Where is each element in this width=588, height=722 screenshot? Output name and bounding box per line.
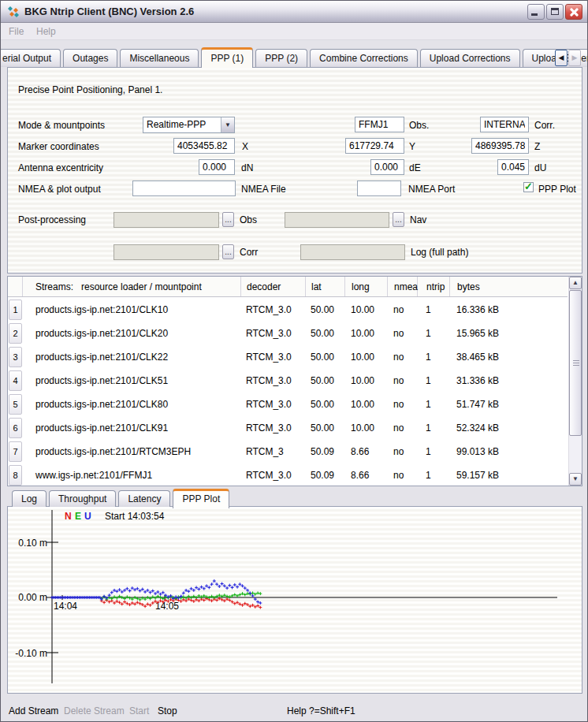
antenna-de-field[interactable] <box>370 159 404 175</box>
minimize-button[interactable] <box>527 4 545 20</box>
close-button[interactable] <box>565 4 582 20</box>
window-controls <box>527 4 582 20</box>
cell-mountpoint: products.igs-ip.net:2101/RTCM3EPH <box>22 446 240 457</box>
header-ntrip[interactable]: ntrip <box>418 277 450 296</box>
post-nav-field[interactable] <box>285 212 389 228</box>
cell-long: 10.00 <box>344 399 387 410</box>
post-log-field[interactable] <box>300 244 405 260</box>
table-row[interactable]: 7products.igs-ip.net:2101/RTCM3EPHRTCM_3… <box>8 440 568 463</box>
obs-mountpoint-field[interactable] <box>355 117 404 132</box>
corr-mountpoint-field[interactable] <box>480 117 529 132</box>
table-row[interactable]: 1products.igs-ip.net:2101/CLK10RTCM_3.05… <box>8 298 568 322</box>
header-long[interactable]: long <box>345 277 388 296</box>
tab-ppp-2[interactable]: PPP (2) <box>255 49 307 67</box>
cell-num: 1 <box>9 300 22 320</box>
tab-outages[interactable]: Outages <box>63 49 117 67</box>
post-obs-label: Obs <box>240 214 257 225</box>
antenna-excentricity-label: Antenna excentricity <box>18 162 103 173</box>
maximize-button[interactable] <box>546 4 564 20</box>
scrollbar-thumb[interactable] <box>569 290 582 436</box>
start-button[interactable]: Start <box>129 705 149 716</box>
status-bar: Add Stream Delete Stream Start Stop Help… <box>1 696 587 721</box>
header-bytes[interactable]: bytes <box>450 277 568 296</box>
antenna-du-field[interactable] <box>497 159 529 175</box>
tab-erial-output[interactable]: erial Output <box>1 49 61 67</box>
header-nmea[interactable]: nmea <box>388 277 418 296</box>
nmea-port-field[interactable] <box>357 180 401 196</box>
table-row[interactable]: 4products.igs-ip.net:2101/CLK51RTCM_3.05… <box>8 369 568 393</box>
cell-nmea: no <box>387 446 417 457</box>
post-obs-browse-button[interactable]: ... <box>222 212 234 227</box>
scroll-down-icon[interactable]: ▼ <box>569 473 582 486</box>
help-shortcut-label[interactable]: Help ?=Shift+F1 <box>287 705 355 716</box>
table-row[interactable]: 6products.igs-ip.net:2101/CLK91RTCM_3.05… <box>8 416 568 440</box>
table-row[interactable]: 2products.igs-ip.net:2101/CLK20RTCM_3.05… <box>8 322 568 345</box>
nmea-file-field[interactable] <box>132 180 236 196</box>
cell-decoder: RTCM_3.0 <box>240 470 305 481</box>
post-corr-field[interactable] <box>114 244 219 260</box>
stop-button[interactable]: Stop <box>158 705 177 716</box>
streams-rows: 1products.igs-ip.net:2101/CLK10RTCM_3.05… <box>8 298 568 486</box>
tab-ppp-1[interactable]: PPP (1) <box>201 47 253 68</box>
header-lat[interactable]: lat <box>306 277 345 296</box>
bottom-tab-latency[interactable]: Latency <box>118 490 170 507</box>
tab-miscellaneous[interactable]: Miscellaneous <box>120 49 199 67</box>
antenna-dn-field[interactable] <box>199 159 235 175</box>
cell-long: 8.66 <box>344 446 387 457</box>
tab-combine-corrections[interactable]: Combine Corrections <box>310 49 418 67</box>
scroll-up-icon[interactable]: ▲ <box>569 277 582 289</box>
bottom-tab-log[interactable]: Log <box>12 490 47 507</box>
header-decoder[interactable]: decoder <box>241 277 306 296</box>
tab-scroll-right-icon[interactable]: ▶ <box>568 50 581 66</box>
cell-nmea: no <box>387 352 417 363</box>
cell-lat: 50.09 <box>305 446 344 457</box>
marker-x-label: X <box>242 141 248 152</box>
marker-y-field[interactable] <box>345 138 404 154</box>
menu-help[interactable]: Help <box>36 26 56 37</box>
table-scrollbar[interactable]: ▲ ▼ <box>568 277 582 486</box>
title-bar[interactable]: BKG Ntrip Client (BNC) Version 2.6 <box>1 1 587 23</box>
cell-nmea: no <box>387 328 417 339</box>
table-row[interactable]: 3products.igs-ip.net:2101/CLK22RTCM_3.05… <box>8 345 568 369</box>
mode-combobox-value: Realtime-PPP <box>143 117 221 132</box>
cell-nmea: no <box>387 470 417 481</box>
cell-lat: 50.00 <box>305 352 344 363</box>
post-obs-field[interactable] <box>114 212 219 228</box>
bottom-tab-throughput[interactable]: Throughput <box>49 490 116 507</box>
add-stream-button[interactable]: Add Stream <box>9 705 58 716</box>
ppp-plot-checkbox[interactable]: ✓ <box>523 182 534 192</box>
marker-y-label: Y <box>409 141 415 152</box>
table-row[interactable]: 5products.igs-ip.net:2101/CLK80RTCM_3.05… <box>8 393 568 416</box>
cell-ntrip: 1 <box>417 446 449 457</box>
cell-mountpoint: products.igs-ip.net:2101/CLK51 <box>22 375 240 386</box>
marker-z-field[interactable] <box>471 138 529 154</box>
post-nav-browse-button[interactable]: ... <box>393 212 404 227</box>
tab-scroll-left-icon[interactable]: ◀ <box>555 50 568 66</box>
bottom-tab-ppp-plot[interactable]: PPP Plot <box>173 489 229 508</box>
cell-ntrip: 1 <box>417 399 449 410</box>
cell-num: 7 <box>9 441 22 462</box>
cell-bytes: 15.965 kB <box>449 328 568 339</box>
mode-combobox[interactable]: Realtime-PPP ▼ <box>143 117 235 133</box>
cell-decoder: RTCM_3.0 <box>240 304 305 315</box>
cell-nmea: no <box>387 304 417 315</box>
cell-mountpoint: products.igs-ip.net:2101/CLK80 <box>22 399 240 410</box>
cell-bytes: 59.157 kB <box>449 470 568 481</box>
marker-x-field[interactable] <box>173 138 235 154</box>
chevron-down-icon[interactable]: ▼ <box>221 117 234 132</box>
menu-file[interactable]: File <box>9 26 24 37</box>
menu-bar: File Help <box>1 23 587 40</box>
cell-ntrip: 1 <box>417 470 449 481</box>
cell-bytes: 52.324 kB <box>449 422 568 434</box>
check-icon: ✓ <box>524 180 533 192</box>
cell-nmea: no <box>387 399 417 410</box>
delete-stream-button[interactable]: Delete Stream <box>64 705 125 716</box>
post-corr-browse-button[interactable]: ... <box>222 244 234 259</box>
nmea-port-label: NMEA Port <box>408 184 455 195</box>
tab-upload-corrections[interactable]: Upload Corrections <box>420 49 520 67</box>
cell-decoder: RTCM_3.0 <box>240 375 305 386</box>
table-row[interactable]: 8www.igs-ip.net:2101/FFMJ1RTCM_3.050.098… <box>8 463 568 486</box>
cell-ntrip: 1 <box>417 422 449 434</box>
header-mountpoint[interactable]: Streams: resource loader / mountpoint <box>23 277 241 296</box>
ppp-plot-panel: N E U Start 14:03:54 0.10 m 0.00 m -0.10… <box>7 506 582 694</box>
